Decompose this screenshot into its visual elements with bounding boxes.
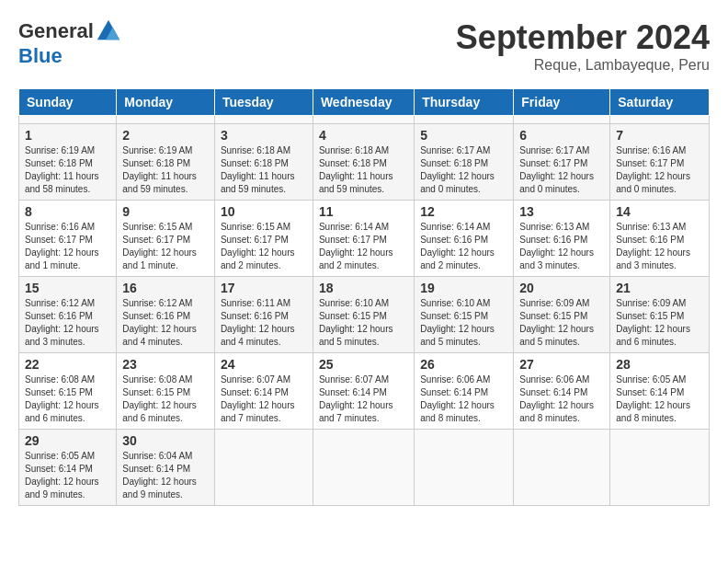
calendar-cell: 13Sunrise: 6:13 AMSunset: 6:16 PMDayligh… (514, 201, 610, 277)
sunset: Sunset: 6:14 PM (616, 387, 684, 397)
logo: General Blue (18, 18, 121, 68)
sunrise: Sunrise: 6:05 AM (25, 451, 95, 461)
calendar-cell (514, 430, 610, 506)
sunrise: Sunrise: 6:11 AM (221, 298, 290, 308)
day-number: 19 (420, 281, 507, 295)
calendar-cell: 14Sunrise: 6:13 AMSunset: 6:16 PMDayligh… (610, 201, 710, 277)
day-info: Sunrise: 6:08 AMSunset: 6:15 PMDaylight:… (25, 373, 110, 425)
daylight: Daylight: 12 hours and 8 minutes. (420, 400, 495, 423)
sunrise: Sunrise: 6:10 AM (319, 298, 389, 308)
calendar-cell: 7Sunrise: 6:16 AMSunset: 6:17 PMDaylight… (610, 124, 710, 201)
calendar-cell: 12Sunrise: 6:14 AMSunset: 6:16 PMDayligh… (415, 201, 514, 277)
header-wednesday: Wednesday (313, 89, 414, 116)
sunrise: Sunrise: 6:14 AM (420, 222, 490, 232)
day-number: 23 (122, 357, 209, 372)
calendar-cell: 22Sunrise: 6:08 AMSunset: 6:15 PMDayligh… (19, 353, 117, 430)
sunrise: Sunrise: 6:09 AM (616, 298, 686, 308)
daylight: Daylight: 11 hours and 59 minutes. (221, 171, 295, 194)
calendar-cell: 17Sunrise: 6:11 AMSunset: 6:16 PMDayligh… (214, 277, 313, 353)
daylight: Daylight: 12 hours and 0 minutes. (420, 171, 495, 194)
calendar-cell: 29Sunrise: 6:05 AMSunset: 6:14 PMDayligh… (19, 430, 117, 506)
sunrise: Sunrise: 6:18 AM (221, 145, 290, 155)
header-sunday: Sunday (19, 89, 117, 116)
calendar-cell: 19Sunrise: 6:10 AMSunset: 6:15 PMDayligh… (415, 277, 514, 353)
day-number: 21 (616, 281, 703, 295)
sunrise: Sunrise: 6:08 AM (122, 374, 192, 385)
day-info: Sunrise: 6:10 AMSunset: 6:15 PMDaylight:… (319, 297, 408, 349)
sunrise: Sunrise: 6:06 AM (420, 374, 490, 385)
logo-icon (96, 18, 121, 44)
sunset: Sunset: 6:15 PM (420, 311, 488, 321)
calendar-header-row: SundayMondayTuesdayWednesdayThursdayFrid… (19, 89, 710, 116)
calendar-cell: 11Sunrise: 6:14 AMSunset: 6:17 PMDayligh… (313, 201, 414, 277)
sunset: Sunset: 6:17 PM (319, 235, 387, 245)
day-info: Sunrise: 6:13 AMSunset: 6:16 PMDaylight:… (519, 221, 604, 272)
day-info: Sunrise: 6:09 AMSunset: 6:15 PMDaylight:… (519, 297, 604, 349)
daylight: Daylight: 12 hours and 6 minutes. (25, 400, 99, 423)
daylight: Daylight: 12 hours and 8 minutes. (519, 400, 594, 423)
daylight: Daylight: 12 hours and 2 minutes. (221, 247, 295, 270)
calendar-cell: 2Sunrise: 6:19 AMSunset: 6:18 PMDaylight… (117, 124, 215, 201)
logo-blue: Blue (18, 44, 63, 68)
calendar-cell: 28Sunrise: 6:05 AMSunset: 6:14 PMDayligh… (610, 353, 710, 430)
logo-general: General (18, 19, 94, 43)
day-number: 7 (616, 128, 703, 143)
day-info: Sunrise: 6:16 AMSunset: 6:17 PMDaylight:… (25, 221, 110, 272)
calendar-cell (214, 116, 313, 124)
day-number: 9 (122, 204, 209, 219)
daylight: Daylight: 12 hours and 5 minutes. (519, 324, 594, 347)
day-info: Sunrise: 6:07 AMSunset: 6:14 PMDaylight:… (319, 373, 408, 425)
day-info: Sunrise: 6:17 AMSunset: 6:17 PMDaylight:… (519, 144, 604, 196)
header-monday: Monday (117, 89, 215, 116)
sunrise: Sunrise: 6:07 AM (221, 374, 290, 385)
day-info: Sunrise: 6:15 AMSunset: 6:17 PMDaylight:… (221, 221, 307, 272)
day-number: 26 (420, 357, 507, 372)
daylight: Daylight: 12 hours and 5 minutes. (319, 324, 393, 347)
day-number: 10 (221, 204, 307, 219)
daylight: Daylight: 12 hours and 9 minutes. (122, 477, 197, 500)
daylight: Daylight: 12 hours and 0 minutes. (616, 171, 690, 194)
calendar-cell (514, 116, 610, 124)
header-tuesday: Tuesday (214, 89, 313, 116)
calendar-cell: 6Sunrise: 6:17 AMSunset: 6:17 PMDaylight… (514, 124, 610, 201)
day-info: Sunrise: 6:18 AMSunset: 6:18 PMDaylight:… (221, 144, 307, 196)
sunset: Sunset: 6:18 PM (319, 158, 387, 168)
day-info: Sunrise: 6:15 AMSunset: 6:17 PMDaylight:… (122, 221, 209, 272)
day-info: Sunrise: 6:16 AMSunset: 6:17 PMDaylight:… (616, 144, 703, 196)
sunset: Sunset: 6:15 PM (25, 387, 93, 397)
title-block: September 2024 Reque, Lambayeque, Peru (456, 18, 710, 74)
daylight: Daylight: 12 hours and 1 minute. (122, 247, 197, 270)
calendar-cell: 10Sunrise: 6:15 AMSunset: 6:17 PMDayligh… (214, 201, 313, 277)
day-number: 15 (25, 281, 110, 295)
sunset: Sunset: 6:16 PM (25, 311, 93, 321)
daylight: Daylight: 12 hours and 2 minutes. (420, 247, 495, 270)
sunrise: Sunrise: 6:15 AM (122, 222, 192, 232)
sunset: Sunset: 6:16 PM (616, 235, 684, 245)
sunrise: Sunrise: 6:07 AM (319, 374, 389, 385)
calendar-week-0 (19, 116, 710, 124)
sunset: Sunset: 6:16 PM (519, 235, 587, 245)
day-number: 14 (616, 204, 703, 219)
sunset: Sunset: 6:18 PM (25, 158, 93, 168)
calendar-cell: 9Sunrise: 6:15 AMSunset: 6:17 PMDaylight… (117, 201, 215, 277)
sunset: Sunset: 6:18 PM (221, 158, 289, 168)
calendar-week-5: 29Sunrise: 6:05 AMSunset: 6:14 PMDayligh… (19, 430, 710, 506)
day-number: 29 (25, 433, 110, 448)
calendar-cell: 5Sunrise: 6:17 AMSunset: 6:18 PMDaylight… (415, 124, 514, 201)
day-number: 30 (122, 433, 209, 448)
day-info: Sunrise: 6:09 AMSunset: 6:15 PMDaylight:… (616, 297, 703, 349)
day-number: 24 (221, 357, 307, 372)
calendar-cell (214, 430, 313, 506)
day-info: Sunrise: 6:07 AMSunset: 6:14 PMDaylight:… (221, 373, 307, 425)
calendar-week-2: 8Sunrise: 6:16 AMSunset: 6:17 PMDaylight… (19, 201, 710, 277)
daylight: Daylight: 12 hours and 6 minutes. (122, 400, 197, 423)
calendar-cell (415, 116, 514, 124)
page-header: General Blue September 2024 Reque, Lamba… (18, 18, 710, 74)
calendar-table: SundayMondayTuesdayWednesdayThursdayFrid… (18, 88, 710, 506)
calendar-cell (415, 430, 514, 506)
sunset: Sunset: 6:14 PM (319, 387, 387, 397)
day-number: 5 (420, 128, 507, 143)
daylight: Daylight: 12 hours and 1 minute. (25, 247, 99, 270)
sunrise: Sunrise: 6:12 AM (25, 298, 95, 308)
calendar-cell: 4Sunrise: 6:18 AMSunset: 6:18 PMDaylight… (313, 124, 414, 201)
